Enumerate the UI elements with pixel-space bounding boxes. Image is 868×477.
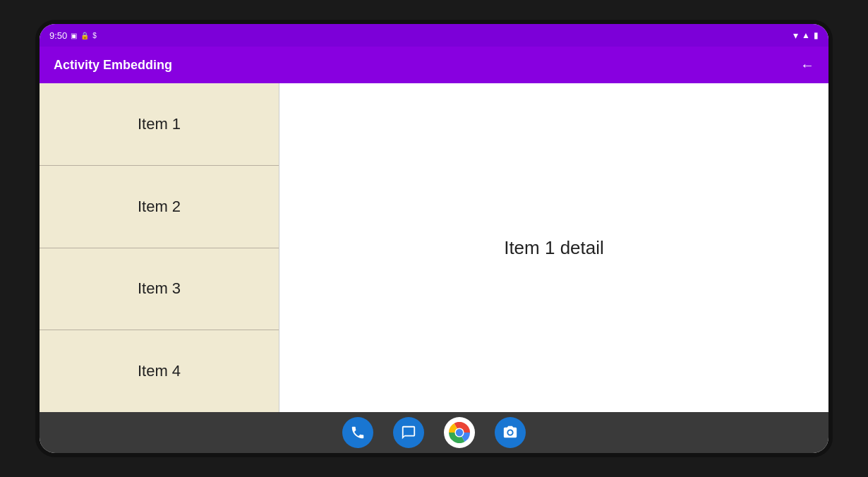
signal-icon: ▲: [802, 30, 810, 40]
nav-phone-button[interactable]: [342, 417, 373, 448]
status-bar-left: 9:50 ▣ 🔒 $: [49, 30, 97, 41]
screen: 9:50 ▣ 🔒 $ ▾ ▲ ▮ Activity Embedding ← It…: [40, 24, 828, 453]
nav-camera-button[interactable]: [495, 417, 526, 448]
chrome-icon: [449, 422, 470, 443]
detail-panel: Item 1 detail: [279, 83, 828, 412]
status-bar-right: ▾ ▲ ▮: [793, 30, 819, 41]
detail-text: Item 1 detail: [504, 237, 604, 259]
status-bar: 9:50 ▣ 🔒 $ ▾ ▲ ▮: [40, 24, 828, 47]
content-area: Item 1 Item 2 Item 3 Item 4 Item 1 detai…: [40, 83, 828, 412]
status-time: 9:50: [49, 30, 67, 41]
nav-messages-button[interactable]: [393, 417, 424, 448]
list-item-3[interactable]: Item 3: [40, 248, 279, 331]
camera-icon: [502, 425, 518, 440]
list-item-2[interactable]: Item 2: [40, 166, 279, 248]
notif-icon-s: $: [92, 32, 97, 40]
side-button-left: [35, 165, 39, 193]
notif-icon-b: 🔒: [80, 32, 89, 40]
list-item-3-label: Item 3: [138, 279, 181, 298]
battery-icon: ▮: [814, 30, 819, 40]
wifi-icon: ▾: [793, 30, 798, 41]
nav-chrome-button[interactable]: [444, 417, 475, 448]
list-item-1-label: Item 1: [138, 115, 181, 133]
list-item-4[interactable]: Item 4: [40, 330, 279, 412]
notif-icon-a: ▣: [71, 32, 77, 40]
messages-icon: [401, 425, 416, 440]
device: 9:50 ▣ 🔒 $ ▾ ▲ ▮ Activity Embedding ← It…: [35, 20, 833, 457]
svg-point-2: [456, 429, 463, 436]
list-panel: Item 1 Item 2 Item 3 Item 4: [40, 83, 279, 412]
app-bar: Activity Embedding ←: [40, 47, 828, 83]
nav-bar: [40, 412, 828, 453]
back-button[interactable]: ←: [800, 57, 814, 73]
list-item-1[interactable]: Item 1: [40, 83, 279, 166]
list-item-4-label: Item 4: [138, 362, 181, 380]
side-button-right: [829, 165, 833, 193]
app-bar-title: Activity Embedding: [54, 58, 800, 73]
list-item-2-label: Item 2: [138, 198, 181, 216]
phone-icon: [350, 425, 366, 440]
